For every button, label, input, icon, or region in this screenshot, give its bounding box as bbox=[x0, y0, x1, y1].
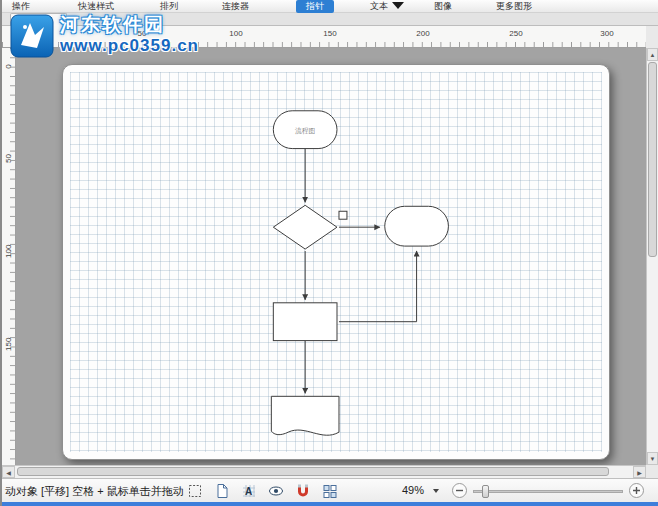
toolbar-item-more-shapes[interactable]: 更多图形 bbox=[496, 0, 532, 13]
toolbar-item-connector[interactable]: 连接器 bbox=[222, 0, 249, 13]
ruler-v-number: 0 bbox=[4, 60, 13, 73]
status-hint-text: 动对象 [平移] 空格 + 鼠标单击并拖动 bbox=[5, 484, 184, 499]
document-tab-bar: *未命名 bbox=[2, 13, 658, 26]
status-bar: 动对象 [平移] 空格 + 鼠标单击并拖动 A bbox=[2, 478, 658, 502]
scroll-down-arrow-icon[interactable]: ▼ bbox=[647, 452, 658, 465]
marquee-select-icon[interactable] bbox=[185, 481, 205, 501]
horizontal-ruler: 0 50 100 150 200 250 300 bbox=[2, 26, 646, 48]
new-page-icon[interactable] bbox=[212, 481, 232, 501]
ruler-h-number: 150 bbox=[323, 29, 336, 38]
pointer-cursor-icon bbox=[392, 2, 404, 9]
scroll-right-arrow-icon[interactable]: ▶ bbox=[633, 466, 646, 478]
scrollbar-corner bbox=[646, 465, 658, 478]
horizontal-scrollbar[interactable]: ◀ ▶ bbox=[2, 465, 646, 478]
ruler-h-number: 50 bbox=[138, 29, 147, 38]
shape-decision-diamond[interactable] bbox=[273, 205, 337, 249]
shape-terminator-label: 流程图 bbox=[295, 127, 316, 135]
shape-document[interactable] bbox=[271, 396, 339, 435]
zoom-slider-track[interactable] bbox=[473, 490, 623, 493]
ruler-h-number: 100 bbox=[229, 29, 242, 38]
shape-process[interactable] bbox=[273, 303, 337, 341]
page-layout-icon[interactable] bbox=[320, 481, 340, 501]
toolbar-item-operation[interactable]: 操作 bbox=[12, 0, 30, 13]
horizontal-scrollbar-thumb[interactable] bbox=[17, 467, 609, 476]
visibility-eye-icon[interactable] bbox=[266, 481, 286, 501]
ruler-h-number: 300 bbox=[600, 29, 613, 38]
toolbar-item-text[interactable]: 文本 bbox=[370, 0, 388, 13]
ruler-h-number: 200 bbox=[416, 29, 429, 38]
svg-text:A: A bbox=[245, 486, 252, 497]
toolbar-item-arrange[interactable]: 排列 bbox=[160, 0, 178, 13]
vertical-ruler: 0 50 100 150 bbox=[2, 48, 16, 465]
shape-stadium[interactable] bbox=[385, 206, 449, 246]
flowchart-layer[interactable]: 流程图 bbox=[63, 65, 609, 459]
scroll-up-arrow-icon[interactable]: ▲ bbox=[647, 48, 658, 61]
status-icon-group: A bbox=[185, 481, 340, 501]
ruler-v-number: 100 bbox=[4, 245, 13, 258]
toolbar-item-quick-style[interactable]: 快速样式 bbox=[78, 0, 114, 13]
ruler-h-number: 250 bbox=[509, 29, 522, 38]
ruler-v-number: 50 bbox=[4, 152, 13, 165]
toolbar: 操作 快速样式 排列 连接器 指针 文本 图像 更多图形 bbox=[2, 0, 658, 13]
toolbar-item-pointer-selected[interactable]: 指针 bbox=[296, 0, 334, 13]
zoom-dropdown-caret-icon[interactable] bbox=[433, 489, 439, 493]
zoom-slider-thumb[interactable] bbox=[482, 485, 489, 498]
ruler-h-number: 0 bbox=[28, 29, 32, 38]
zoom-in-button[interactable] bbox=[628, 482, 645, 501]
window-bottom-edge bbox=[2, 502, 658, 506]
connector-process-to-stadium[interactable] bbox=[339, 251, 417, 322]
vertical-scrollbar[interactable]: ▲ ▼ bbox=[646, 48, 658, 465]
magnet-snap-icon[interactable] bbox=[293, 481, 313, 501]
ruler-v-number: 150 bbox=[4, 338, 13, 351]
app-window: 操作 快速样式 排列 连接器 指针 文本 图像 更多图形 *未命名 0 50 1… bbox=[0, 0, 658, 506]
document-tab-untitled[interactable]: *未命名 bbox=[10, 13, 67, 26]
zoom-out-button[interactable] bbox=[451, 482, 468, 501]
snap-to-grid-icon[interactable]: A bbox=[239, 481, 259, 501]
vertical-scrollbar-thumb[interactable] bbox=[648, 62, 657, 257]
drawing-canvas[interactable]: 流程图 bbox=[16, 48, 646, 465]
toolbar-item-image[interactable]: 图像 bbox=[434, 0, 452, 13]
drawing-page[interactable]: 流程图 bbox=[62, 64, 610, 460]
zoom-level-value[interactable]: 49% bbox=[402, 484, 424, 496]
scroll-left-arrow-icon[interactable]: ◀ bbox=[2, 466, 15, 478]
connection-point-handle[interactable] bbox=[339, 211, 347, 219]
